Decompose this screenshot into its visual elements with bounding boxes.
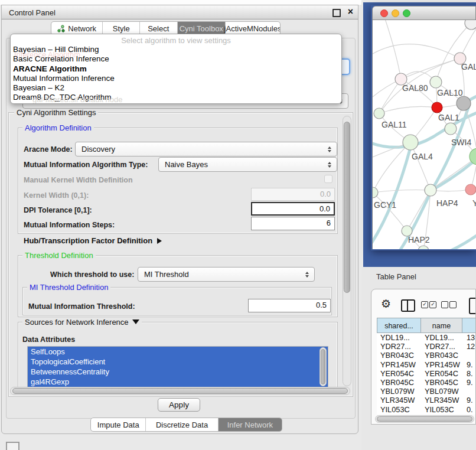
network-node[interactable] <box>430 76 442 88</box>
unchecked-checkbox-icon[interactable] <box>449 301 457 308</box>
settings-v-scrollbar[interactable] <box>343 116 351 386</box>
node-label: GAL80 <box>402 83 428 93</box>
zoom-traffic-light-icon[interactable] <box>403 9 410 17</box>
node-label: SWI4 <box>451 138 471 147</box>
mi-algorithm-type-value: Naive Bayes <box>159 160 325 169</box>
network-node[interactable] <box>373 187 378 198</box>
algorithm-option[interactable]: ARACNE Algorithm <box>11 64 341 74</box>
mi-algorithm-type-combo[interactable]: Naive Bayes <box>158 157 337 172</box>
mi-threshold-field[interactable]: 0.5 <box>248 299 331 312</box>
control-panel-titlebar[interactable]: Control Panel × <box>1 5 358 19</box>
minimize-traffic-light-icon[interactable] <box>392 9 399 17</box>
node-label: GCY1 <box>374 200 396 210</box>
table-cell <box>463 387 476 396</box>
network-node[interactable] <box>457 96 471 110</box>
table-header[interactable]: shared...name <box>377 318 476 333</box>
network-node[interactable] <box>432 102 442 113</box>
column-header[interactable]: shared... <box>377 318 421 333</box>
tab-impute-data[interactable]: Impute Data <box>91 418 145 431</box>
close-icon[interactable]: × <box>348 6 353 17</box>
algorithm-option[interactable]: Mutual Information Inference <box>11 74 341 83</box>
list-v-scrollbar[interactable] <box>319 347 327 386</box>
tab-discretize-data[interactable]: Discretize Data <box>145 418 217 431</box>
table-h-scrollbar[interactable] <box>375 415 474 423</box>
settings-h-scrollbar-thumb[interactable] <box>12 388 348 394</box>
table-row[interactable]: YBR043CYBR043C <box>377 351 476 360</box>
aracne-mode-combo[interactable]: Discovery <box>75 142 337 156</box>
tab-cyni-toolbox[interactable]: Cyni Toolbox <box>177 22 225 35</box>
sources-group-title: Sources for Network Inference <box>22 318 142 327</box>
network-node[interactable] <box>418 246 429 249</box>
tab-select[interactable]: Select <box>139 22 177 35</box>
column-header[interactable]: name <box>420 318 462 333</box>
mi-steps-field[interactable]: 6 <box>251 217 335 230</box>
network-node[interactable] <box>445 123 457 135</box>
tab-style[interactable]: Style <box>102 22 139 35</box>
list-v-scrollbar-thumb[interactable] <box>321 349 325 384</box>
tab-infer-network[interactable]: Infer Network <box>218 418 282 431</box>
settings-h-scrollbar[interactable] <box>10 387 350 395</box>
table-row[interactable]: YIL053CYIL053C0. <box>377 405 476 414</box>
aracne-mode-label: Aracne Mode: <box>24 145 73 154</box>
network-graph[interactable]: GALGAL80GAL10GAL1GAL11SWI4GAL4HAP4YGCY1H… <box>373 20 476 249</box>
table-row[interactable]: YER054CYER054C8. <box>377 369 476 378</box>
table-cell: 9. <box>463 396 476 405</box>
manual-kernel-checkbox[interactable] <box>324 175 332 183</box>
columns-icon[interactable] <box>401 299 415 312</box>
column-header[interactable] <box>462 318 476 333</box>
node-label: GAL11 <box>382 120 407 129</box>
panel-title: Control Panel <box>9 8 56 17</box>
algorithm-option[interactable]: Bayesian – K2 <box>11 83 341 93</box>
which-threshold-combo[interactable]: MI Threshold <box>138 267 315 282</box>
settings-gear-icon[interactable]: ⚙ <box>381 297 391 310</box>
expander-arrow-down-icon <box>132 319 139 324</box>
table-cell: YER054C <box>377 369 421 378</box>
which-threshold-value: MI Threshold <box>138 270 302 279</box>
table-row[interactable]: YDL19...YDL19...13 <box>377 333 476 342</box>
table-body[interactable]: YDL19...YDL19...13YDR27...YDR27...12YBR0… <box>377 333 476 415</box>
table-document-icon[interactable] <box>469 298 476 314</box>
unchecked-checkbox-icon[interactable] <box>441 301 448 308</box>
node-label: Y <box>472 198 476 208</box>
combo-stepper-icon <box>325 162 334 168</box>
table-h-scrollbar-thumb[interactable] <box>377 416 472 422</box>
table-cell: YIL053C <box>421 405 463 414</box>
table-row[interactable]: YPR145WYPR145W9. <box>377 360 476 369</box>
network-view-canvas[interactable]: GALGAL80GAL10GAL1GAL11SWI4GAL4HAP4YGCY1H… <box>372 20 476 249</box>
network-node[interactable] <box>425 184 436 196</box>
table-cell: 8. <box>463 369 476 378</box>
table-row[interactable]: YLR345WYLR345W9. <box>377 396 476 405</box>
data-attribute-item[interactable]: SelfLoops <box>28 347 328 357</box>
data-attribute-item[interactable]: gal4RGexp <box>28 377 328 387</box>
data-attributes-list[interactable]: SelfLoopsTopologicalCoefficientBetweenne… <box>27 346 328 387</box>
table-row[interactable]: YBL079WYBL079W <box>377 387 476 396</box>
network-node[interactable] <box>403 135 418 150</box>
dpi-tolerance-field[interactable]: 0.0 <box>251 202 335 216</box>
table-row[interactable]: YDR27...YDR27...12 <box>377 342 476 351</box>
checked-checkbox-icon[interactable]: ✓ <box>429 301 436 308</box>
tab-network[interactable]: Network <box>51 22 102 35</box>
node-label: GAL <box>461 62 476 71</box>
dock-panel-icon[interactable] <box>6 442 19 450</box>
table-cell: 0. <box>463 405 476 414</box>
table-row[interactable]: YBR045CYBR045C9. <box>377 378 476 387</box>
close-traffic-light-icon[interactable] <box>380 9 388 17</box>
data-attribute-item[interactable]: TopologicalCoefficient <box>28 357 328 367</box>
network-edge <box>373 190 431 193</box>
table-cell: 9. <box>463 378 476 387</box>
settings-v-scrollbar-thumb[interactable] <box>344 122 350 293</box>
checked-checkbox-icon[interactable]: ✓ <box>421 301 428 308</box>
kernel-width-field[interactable]: 0.0 <box>251 188 335 201</box>
algorithm-dropdown-popup: Inference Algorithm Select algorithm to … <box>10 34 342 104</box>
apply-button[interactable]: Apply <box>158 398 200 412</box>
float-window-icon[interactable] <box>332 9 341 17</box>
network-window-titlebar[interactable] <box>372 6 476 20</box>
table-cell: YBL079W <box>377 387 421 396</box>
hub-definition-expander[interactable]: Hub/Transcription Factor Definition <box>24 236 162 245</box>
tab-jactivemnodules[interactable]: jActiveMNodules <box>225 22 280 35</box>
network-node[interactable] <box>374 108 384 119</box>
tab-label: Style <box>113 24 130 33</box>
table-cell: YDR27... <box>377 342 421 351</box>
data-attribute-item[interactable]: BetweennessCentrality <box>28 367 328 377</box>
network-node[interactable] <box>465 184 476 195</box>
